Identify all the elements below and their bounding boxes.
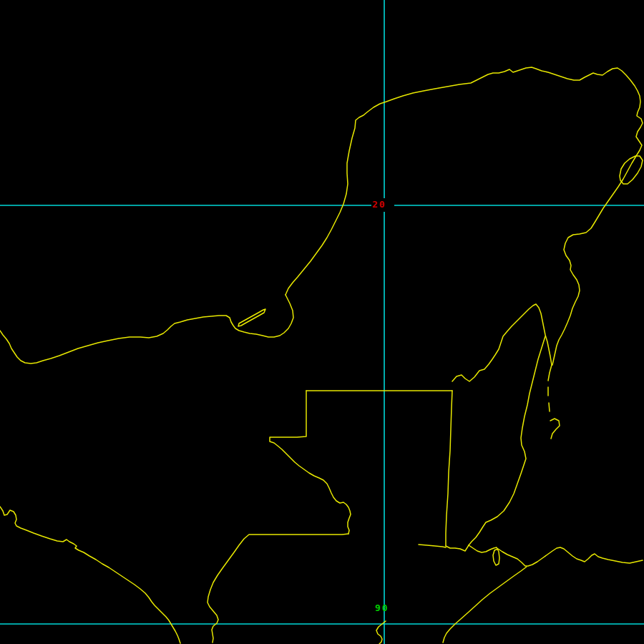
amatique-honduras-coast bbox=[469, 545, 643, 566]
guatemala-honduras-border bbox=[443, 567, 527, 643]
yucatan-coastline bbox=[286, 67, 643, 365]
belize-coast bbox=[469, 336, 545, 545]
guatemala-pacific-coast bbox=[208, 534, 348, 643]
chiapas-pacific-coast bbox=[0, 507, 180, 643]
caye-dash-3 bbox=[549, 403, 550, 411]
mexico-guatemala-border-west bbox=[270, 391, 351, 534]
border-junction bbox=[446, 545, 469, 551]
map-layer: 2090 bbox=[0, 0, 644, 644]
turneffe-hook bbox=[550, 419, 560, 439]
mcidas-image-window: 2090 10001 NOAA-18 4 3 JAN 17003 135359 … bbox=[0, 0, 644, 644]
satellite-image-display[interactable] bbox=[0, 0, 644, 644]
isla-del-carmen bbox=[238, 309, 265, 326]
chetumal-bay-shore bbox=[452, 304, 552, 381]
campeche-gulf-coast bbox=[0, 295, 293, 364]
longitude-label-90: 90 bbox=[375, 603, 389, 613]
caye-dash-1 bbox=[548, 365, 552, 381]
belize-guatemala-border bbox=[446, 391, 452, 546]
lake-izabal-shore bbox=[419, 545, 446, 547]
latitude-label-20: 20 bbox=[372, 200, 386, 210]
